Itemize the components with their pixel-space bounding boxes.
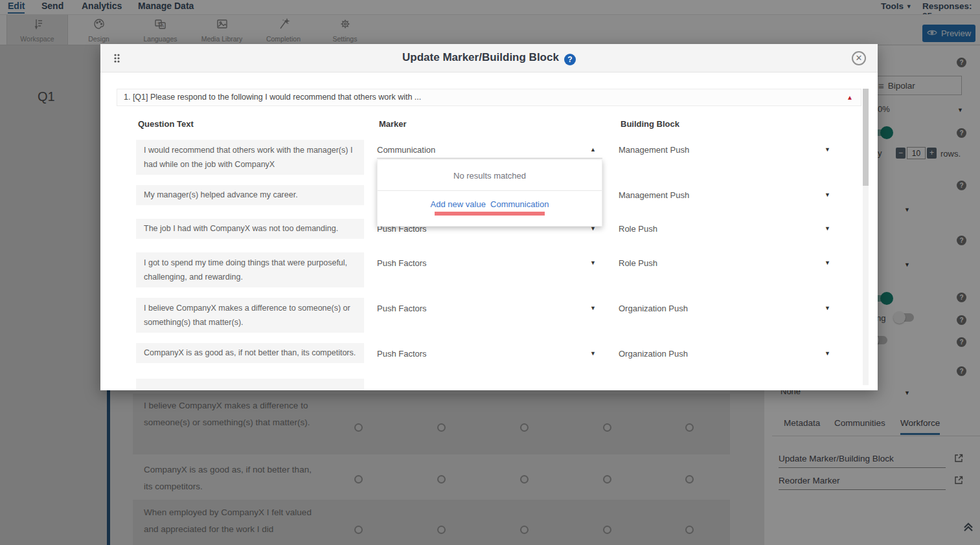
accordion-title: 1. [Q1] Please respond to the following … [124, 93, 421, 102]
question-accordion-header[interactable]: 1. [Q1] Please respond to the following … [117, 89, 861, 106]
building-block-select[interactable]: Organization Push▼ [619, 345, 837, 362]
question-text-box: My manager(s) helped advance my career. [136, 185, 364, 205]
building-block-select[interactable]: Organization Push▼ [619, 300, 837, 317]
building-block-select[interactable]: Role Push▼ [619, 220, 837, 238]
no-results-text: No results matched [378, 160, 602, 181]
chevron-down-icon: ▼ [825, 300, 830, 317]
marker-dropdown-panel: No results matched Add new value Communi… [377, 159, 602, 227]
highlight-underline-bar [435, 212, 545, 216]
building-block-select[interactable]: Role Push▼ [619, 254, 837, 272]
chevron-down-icon: ▼ [590, 300, 596, 317]
close-icon[interactable]: ✕ [852, 51, 866, 65]
modal-header: Update Marker/Building Block? ✕ [100, 44, 878, 72]
chevron-up-icon: ▲ [590, 141, 596, 159]
question-text-box: The job I had with CompanyX was not too … [136, 219, 364, 239]
modal-scrollbar-track[interactable] [863, 89, 869, 385]
chevron-down-icon: ▼ [825, 254, 830, 272]
chevron-down-icon: ▼ [825, 220, 830, 238]
building-block-select[interactable]: Management Push▼ [619, 141, 837, 159]
dropdown-divider [378, 190, 602, 191]
question-text-box: I believe CompanyX makes a difference to… [136, 298, 364, 333]
chevron-down-icon: ▼ [590, 345, 596, 362]
help-icon[interactable]: ? [564, 54, 576, 65]
collapse-arrow-icon: ▲ [847, 89, 853, 106]
question-text-box: I would recommend that others work with … [136, 140, 364, 175]
column-header-building: Building Block [621, 119, 679, 129]
update-marker-modal: Update Marker/Building Block? ✕ 1. [Q1] … [100, 44, 878, 390]
chevron-down-icon: ▼ [825, 345, 830, 362]
add-new-value-link[interactable]: Add new value [431, 199, 486, 209]
modal-scrollbar-thumb[interactable] [863, 89, 869, 186]
column-header-question: Question Text [138, 119, 194, 129]
building-block-select[interactable]: Management Push▼ [619, 186, 837, 204]
marker-select[interactable]: Communication▲ [377, 141, 602, 159]
chevron-down-icon: ▼ [590, 254, 596, 272]
modal-title: Update Marker/Building Block? [100, 51, 878, 65]
marker-select[interactable]: Push Factors▼ [377, 254, 602, 272]
question-text-box: I got to spend my time doing things that… [136, 252, 364, 287]
chevron-down-icon: ▼ [825, 186, 830, 204]
marker-select[interactable]: Push Factors▼ [377, 300, 602, 317]
column-header-marker: Marker [379, 119, 407, 129]
question-text-box [136, 379, 364, 390]
new-value-text[interactable]: Communication [490, 199, 549, 209]
add-new-value-row: Add new value Communication [378, 199, 602, 209]
app-screen: Edit Send Analytics Manage Data Tools ▼ … [0, 0, 980, 545]
chevron-down-icon: ▼ [825, 141, 830, 159]
question-text-box: CompanyX is as good as, if not better th… [136, 343, 364, 363]
marker-select[interactable]: Push Factors▼ [377, 345, 602, 362]
